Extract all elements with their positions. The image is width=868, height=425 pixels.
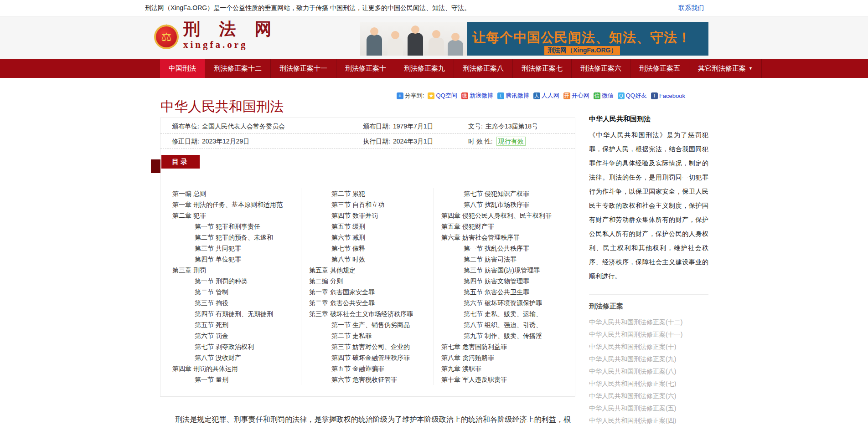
toc-entry: 第四章 侵犯公民人身权利、民主权利罪 bbox=[441, 210, 575, 221]
contact-link[interactable]: 联系我们 bbox=[678, 4, 704, 12]
toc-link[interactable]: 第四章 刑罚的具体运用 bbox=[172, 365, 238, 372]
toc-link[interactable]: 第五章 侵犯财产罪 bbox=[441, 223, 494, 230]
toc-link[interactable]: 第四节 有期徒刑、无期徒刑 bbox=[195, 310, 273, 317]
toc-link[interactable]: 第五节 危害公共卫生罪 bbox=[464, 288, 529, 296]
toc-link[interactable]: 第七节 剥夺政治权利 bbox=[195, 343, 254, 350]
toc-link[interactable]: 第八节 扰乱市场秩序罪 bbox=[464, 201, 529, 208]
toc-ribbon-fold bbox=[151, 159, 160, 173]
nav-item[interactable]: 刑法修正案十▼ bbox=[336, 59, 395, 78]
toc-link[interactable]: 第七节 走私、贩卖、运输、 bbox=[464, 310, 542, 317]
toc-link[interactable]: 第七节 侵犯知识产权罪 bbox=[464, 190, 529, 197]
toc-link[interactable]: 第八节 时效 bbox=[331, 256, 365, 263]
toc-entry: 第二节 妨害司法罪 bbox=[441, 254, 575, 265]
nav-item[interactable]: 刑法修正案七▼ bbox=[513, 59, 572, 78]
nav-item[interactable]: 刑法修正案六▼ bbox=[572, 59, 630, 78]
toc-link[interactable]: 第五节 死刑 bbox=[195, 321, 228, 328]
toc-link[interactable]: 第三节 自首和立功 bbox=[331, 201, 384, 208]
toc-link[interactable]: 第三节 妨害对公司、企业的 bbox=[331, 343, 410, 350]
toc-link[interactable]: 第五节 缓刑 bbox=[331, 223, 365, 230]
amendment-link[interactable]: 中华人民共和国刑法修正案(六) bbox=[589, 392, 676, 399]
share-network-link[interactable]: ★ QQ空间 bbox=[428, 92, 457, 100]
share-icon[interactable]: + bbox=[397, 92, 403, 99]
toc-link[interactable]: 第五章 其他规定 bbox=[309, 266, 356, 274]
toc-link[interactable]: 第二章 犯罪 bbox=[172, 212, 206, 219]
nav-item[interactable]: 中国刑法▼ bbox=[160, 59, 205, 78]
toc-link[interactable]: 第四节 数罪并罚 bbox=[331, 212, 378, 219]
toc-link[interactable]: 第二节 累犯 bbox=[331, 190, 365, 197]
toc-link[interactable]: 第六章 妨害社会管理秩序罪 bbox=[441, 234, 520, 241]
toc-link[interactable]: 第四节 单位犯罪 bbox=[195, 256, 241, 263]
toc-entry: 第七节 侵犯知识产权罪 bbox=[441, 188, 575, 199]
amendment-link[interactable]: 中华人民共和国刑法修正案(八) bbox=[589, 368, 676, 375]
toc-link[interactable]: 第九节 制作、贩卖、传播淫 bbox=[464, 332, 542, 339]
amendment-link[interactable]: 中华人民共和国刑法修正案(九) bbox=[589, 355, 676, 363]
toc-link[interactable]: 第一节 生产、销售伪劣商品 bbox=[331, 321, 410, 328]
toc-link[interactable]: 第三节 共同犯罪 bbox=[195, 245, 241, 252]
amendment-link[interactable]: 中华人民共和国刑法修正案(七) bbox=[589, 380, 676, 387]
toc-link[interactable]: 第六节 减刑 bbox=[331, 234, 365, 241]
toc-entry: 第二节 管制 bbox=[172, 287, 301, 297]
toc-link[interactable]: 第五节 金融诈骗罪 bbox=[331, 365, 384, 372]
toc-link[interactable]: 第八节 组织、强迫、引诱、 bbox=[464, 321, 542, 328]
toc-entry: 第二节 犯罪的预备、未遂和 bbox=[172, 232, 301, 243]
meta-value: 2024年3月1日 bbox=[393, 138, 434, 145]
toc-entry: 第三节 自首和立功 bbox=[309, 199, 434, 210]
toc-entry: 第一节 扰乱公共秩序罪 bbox=[441, 243, 575, 254]
toc-link[interactable]: 第二节 走私罪 bbox=[331, 332, 372, 339]
amendment-link[interactable]: 中华人民共和国刑法修正案(十) bbox=[589, 343, 676, 350]
toc-link[interactable]: 第一章 刑法的任务、基本原则和适用范 bbox=[172, 201, 283, 208]
site-logo[interactable]: ★ ⚖ 刑 法 网 xingfa.org bbox=[154, 20, 279, 50]
toc-link[interactable]: 第二节 妨害司法罪 bbox=[464, 256, 517, 263]
toc-link[interactable]: 第三节 拘役 bbox=[195, 299, 228, 307]
toc-link[interactable]: 第一章 危害国家安全罪 bbox=[309, 288, 375, 296]
toc-entry: 第十章 军人违反职责罪 bbox=[441, 374, 575, 385]
toc-link[interactable]: 第八节 没收财产 bbox=[195, 354, 241, 361]
share-network-link[interactable]: f Facebook bbox=[651, 92, 685, 99]
share-network-link[interactable]: 微 新浪微博 bbox=[461, 92, 493, 100]
share-to-label: 分享到: bbox=[405, 92, 424, 100]
amendment-link[interactable]: 中华人民共和国刑法修正案(十二) bbox=[589, 318, 682, 326]
share-network-link[interactable]: t 腾讯微博 bbox=[497, 92, 529, 100]
amendment-link[interactable]: 中华人民共和国刑法修正案(四) bbox=[589, 417, 676, 424]
toc-link[interactable]: 第三章 刑罚 bbox=[172, 266, 206, 274]
toc-link[interactable]: 第一节 刑罚的种类 bbox=[195, 277, 248, 285]
nav-item[interactable]: 刑法修正案八▼ bbox=[454, 59, 513, 78]
amendment-link[interactable]: 中华人民共和国刑法修正案(五) bbox=[589, 405, 676, 412]
toc-link[interactable]: 第一编 总则 bbox=[172, 190, 206, 197]
toc-link[interactable]: 第八章 贪污贿赂罪 bbox=[441, 354, 494, 361]
toc-link[interactable]: 第三章 破坏社会主义市场经济秩序罪 bbox=[309, 310, 413, 317]
toc-link[interactable]: 第七节 假释 bbox=[331, 245, 365, 252]
toc-link[interactable]: 第一节 量刑 bbox=[195, 376, 228, 383]
toc-link[interactable]: 第九章 渎职罪 bbox=[441, 365, 481, 372]
toc-link[interactable]: 第十章 军人违反职责罪 bbox=[441, 376, 507, 383]
nav-item[interactable]: 刑法修正案五▼ bbox=[630, 59, 689, 78]
toc-entry: 第一章 危害国家安全罪 bbox=[309, 287, 434, 297]
list-item: 中华人民共和国刑法修正案(十一) bbox=[589, 328, 708, 341]
nav-item[interactable]: 刑法修正案十二▼ bbox=[205, 59, 271, 78]
share-network-link[interactable]: 人 人人网 bbox=[533, 92, 559, 100]
toc-link[interactable]: 第四节 破坏金融管理秩序罪 bbox=[331, 354, 410, 361]
toc-link[interactable]: 第二编 分则 bbox=[309, 277, 343, 285]
nav-item[interactable]: 刑法修正案九▼ bbox=[395, 59, 454, 78]
toc-link[interactable]: 第三节 妨害国(边)境管理罪 bbox=[464, 266, 540, 274]
toc-entry: 第六节 罚金 bbox=[172, 330, 301, 341]
share-network-link[interactable]: 开 开心网 bbox=[563, 92, 589, 100]
toc-link[interactable]: 第四节 妨害文物管理罪 bbox=[464, 277, 529, 285]
toc-link[interactable]: 第六节 危害税收征管罪 bbox=[331, 376, 397, 383]
toc-link[interactable]: 第七章 危害国防利益罪 bbox=[441, 343, 507, 350]
nav-item[interactable]: 其它刑法修正案▼ bbox=[689, 59, 762, 78]
toc-entry: 第二节 累犯 bbox=[309, 188, 434, 199]
toc-link[interactable]: 第二节 管制 bbox=[195, 288, 228, 296]
toc-link[interactable]: 第一节 犯罪和刑事责任 bbox=[195, 223, 260, 230]
meta-label: 颁布单位: bbox=[172, 123, 199, 130]
toc-link[interactable]: 第二章 危害公共安全罪 bbox=[309, 299, 375, 307]
toc-link[interactable]: 第六节 罚金 bbox=[195, 332, 228, 339]
toc-link[interactable]: 第一节 扰乱公共秩序罪 bbox=[464, 245, 529, 252]
amendment-link[interactable]: 中华人民共和国刑法修正案(十一) bbox=[589, 331, 682, 338]
nav-item[interactable]: 刑法修正案十一▼ bbox=[271, 59, 336, 78]
share-network-link[interactable]: Q QQ好友 bbox=[618, 92, 647, 100]
toc-link[interactable]: 第二节 犯罪的预备、未遂和 bbox=[195, 234, 273, 241]
share-network-link[interactable]: 信 微信 bbox=[594, 92, 614, 100]
toc-link[interactable]: 第四章 侵犯公民人身权利、民主权利罪 bbox=[441, 212, 552, 219]
toc-link[interactable]: 第六节 破坏环境资源保护罪 bbox=[464, 299, 542, 307]
